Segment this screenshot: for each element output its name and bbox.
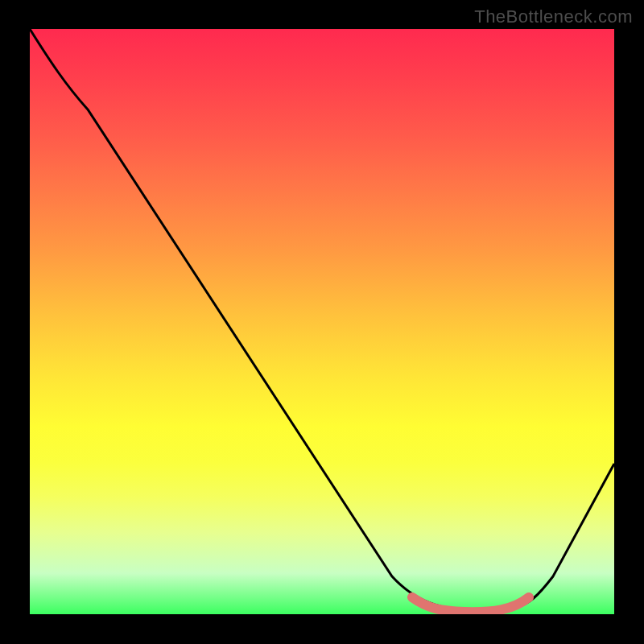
plot-area bbox=[30, 29, 614, 614]
chart-svg bbox=[30, 29, 614, 614]
bottleneck-curve bbox=[30, 29, 614, 611]
chart-frame: TheBottleneck.com bbox=[0, 0, 644, 644]
watermark-text: TheBottleneck.com bbox=[474, 6, 633, 27]
optimal-zone-highlight bbox=[412, 597, 529, 612]
